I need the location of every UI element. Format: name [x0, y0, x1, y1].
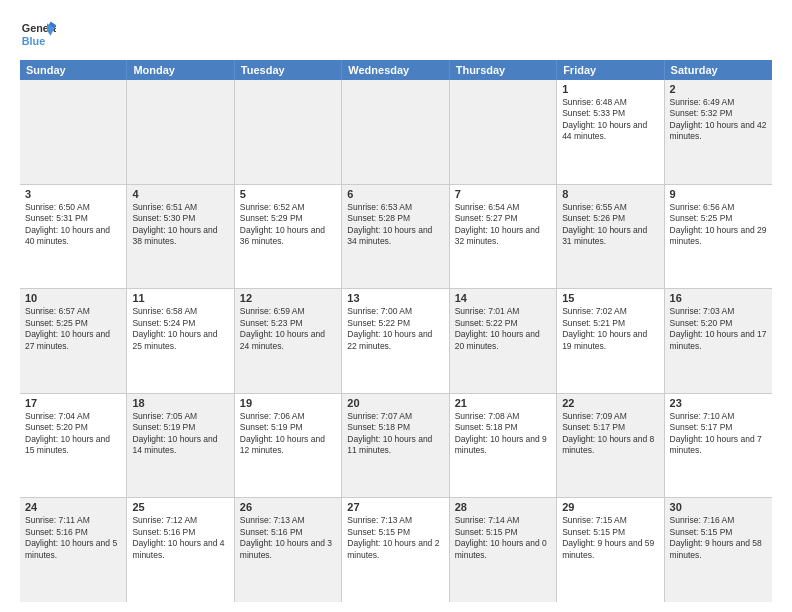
header-cell-saturday: Saturday	[665, 60, 772, 80]
day-info: Sunrise: 6:55 AM Sunset: 5:26 PM Dayligh…	[562, 202, 658, 248]
day-cell-2: 2Sunrise: 6:49 AM Sunset: 5:32 PM Daylig…	[665, 80, 772, 184]
day-info: Sunrise: 7:13 AM Sunset: 5:16 PM Dayligh…	[240, 515, 336, 561]
header-cell-monday: Monday	[127, 60, 234, 80]
empty-cell	[342, 80, 449, 184]
day-number: 22	[562, 397, 658, 409]
day-cell-27: 27Sunrise: 7:13 AM Sunset: 5:15 PM Dayli…	[342, 498, 449, 602]
logo: General Blue	[20, 16, 62, 52]
day-info: Sunrise: 7:04 AM Sunset: 5:20 PM Dayligh…	[25, 411, 121, 457]
empty-cell	[450, 80, 557, 184]
day-info: Sunrise: 7:07 AM Sunset: 5:18 PM Dayligh…	[347, 411, 443, 457]
empty-cell	[235, 80, 342, 184]
empty-cell	[20, 80, 127, 184]
calendar-row-4: 17Sunrise: 7:04 AM Sunset: 5:20 PM Dayli…	[20, 394, 772, 499]
day-info: Sunrise: 7:05 AM Sunset: 5:19 PM Dayligh…	[132, 411, 228, 457]
day-info: Sunrise: 7:00 AM Sunset: 5:22 PM Dayligh…	[347, 306, 443, 352]
day-number: 4	[132, 188, 228, 200]
day-info: Sunrise: 7:02 AM Sunset: 5:21 PM Dayligh…	[562, 306, 658, 352]
day-cell-12: 12Sunrise: 6:59 AM Sunset: 5:23 PM Dayli…	[235, 289, 342, 393]
day-number: 23	[670, 397, 767, 409]
day-cell-11: 11Sunrise: 6:58 AM Sunset: 5:24 PM Dayli…	[127, 289, 234, 393]
day-number: 9	[670, 188, 767, 200]
day-number: 28	[455, 501, 551, 513]
day-cell-15: 15Sunrise: 7:02 AM Sunset: 5:21 PM Dayli…	[557, 289, 664, 393]
day-number: 7	[455, 188, 551, 200]
day-number: 6	[347, 188, 443, 200]
day-cell-5: 5Sunrise: 6:52 AM Sunset: 5:29 PM Daylig…	[235, 185, 342, 289]
day-info: Sunrise: 6:59 AM Sunset: 5:23 PM Dayligh…	[240, 306, 336, 352]
day-cell-30: 30Sunrise: 7:16 AM Sunset: 5:15 PM Dayli…	[665, 498, 772, 602]
calendar-row-1: 1Sunrise: 6:48 AM Sunset: 5:33 PM Daylig…	[20, 80, 772, 185]
day-number: 14	[455, 292, 551, 304]
day-number: 15	[562, 292, 658, 304]
day-cell-18: 18Sunrise: 7:05 AM Sunset: 5:19 PM Dayli…	[127, 394, 234, 498]
header-cell-wednesday: Wednesday	[342, 60, 449, 80]
day-cell-25: 25Sunrise: 7:12 AM Sunset: 5:16 PM Dayli…	[127, 498, 234, 602]
day-number: 10	[25, 292, 121, 304]
day-info: Sunrise: 6:54 AM Sunset: 5:27 PM Dayligh…	[455, 202, 551, 248]
day-number: 3	[25, 188, 121, 200]
day-number: 30	[670, 501, 767, 513]
day-info: Sunrise: 6:58 AM Sunset: 5:24 PM Dayligh…	[132, 306, 228, 352]
page: General Blue SundayMondayTuesdayWednesda…	[0, 0, 792, 612]
day-number: 5	[240, 188, 336, 200]
day-info: Sunrise: 7:11 AM Sunset: 5:16 PM Dayligh…	[25, 515, 121, 561]
calendar-header: SundayMondayTuesdayWednesdayThursdayFrid…	[20, 60, 772, 80]
day-number: 11	[132, 292, 228, 304]
day-info: Sunrise: 6:50 AM Sunset: 5:31 PM Dayligh…	[25, 202, 121, 248]
day-info: Sunrise: 7:06 AM Sunset: 5:19 PM Dayligh…	[240, 411, 336, 457]
empty-cell	[127, 80, 234, 184]
day-cell-19: 19Sunrise: 7:06 AM Sunset: 5:19 PM Dayli…	[235, 394, 342, 498]
day-info: Sunrise: 7:13 AM Sunset: 5:15 PM Dayligh…	[347, 515, 443, 561]
day-cell-1: 1Sunrise: 6:48 AM Sunset: 5:33 PM Daylig…	[557, 80, 664, 184]
day-info: Sunrise: 6:57 AM Sunset: 5:25 PM Dayligh…	[25, 306, 121, 352]
day-cell-16: 16Sunrise: 7:03 AM Sunset: 5:20 PM Dayli…	[665, 289, 772, 393]
day-cell-8: 8Sunrise: 6:55 AM Sunset: 5:26 PM Daylig…	[557, 185, 664, 289]
day-cell-9: 9Sunrise: 6:56 AM Sunset: 5:25 PM Daylig…	[665, 185, 772, 289]
header-cell-tuesday: Tuesday	[235, 60, 342, 80]
day-info: Sunrise: 6:48 AM Sunset: 5:33 PM Dayligh…	[562, 97, 658, 143]
calendar: SundayMondayTuesdayWednesdayThursdayFrid…	[20, 60, 772, 602]
day-cell-10: 10Sunrise: 6:57 AM Sunset: 5:25 PM Dayli…	[20, 289, 127, 393]
day-info: Sunrise: 7:01 AM Sunset: 5:22 PM Dayligh…	[455, 306, 551, 352]
day-cell-26: 26Sunrise: 7:13 AM Sunset: 5:16 PM Dayli…	[235, 498, 342, 602]
calendar-row-2: 3Sunrise: 6:50 AM Sunset: 5:31 PM Daylig…	[20, 185, 772, 290]
day-number: 25	[132, 501, 228, 513]
day-number: 16	[670, 292, 767, 304]
header-cell-sunday: Sunday	[20, 60, 127, 80]
day-info: Sunrise: 7:08 AM Sunset: 5:18 PM Dayligh…	[455, 411, 551, 457]
day-info: Sunrise: 7:10 AM Sunset: 5:17 PM Dayligh…	[670, 411, 767, 457]
day-info: Sunrise: 6:51 AM Sunset: 5:30 PM Dayligh…	[132, 202, 228, 248]
day-number: 29	[562, 501, 658, 513]
day-cell-29: 29Sunrise: 7:15 AM Sunset: 5:15 PM Dayli…	[557, 498, 664, 602]
day-info: Sunrise: 6:49 AM Sunset: 5:32 PM Dayligh…	[670, 97, 767, 143]
day-number: 24	[25, 501, 121, 513]
day-number: 27	[347, 501, 443, 513]
day-info: Sunrise: 6:52 AM Sunset: 5:29 PM Dayligh…	[240, 202, 336, 248]
day-cell-21: 21Sunrise: 7:08 AM Sunset: 5:18 PM Dayli…	[450, 394, 557, 498]
calendar-row-3: 10Sunrise: 6:57 AM Sunset: 5:25 PM Dayli…	[20, 289, 772, 394]
day-number: 2	[670, 83, 767, 95]
day-cell-13: 13Sunrise: 7:00 AM Sunset: 5:22 PM Dayli…	[342, 289, 449, 393]
day-number: 13	[347, 292, 443, 304]
day-number: 20	[347, 397, 443, 409]
day-info: Sunrise: 7:14 AM Sunset: 5:15 PM Dayligh…	[455, 515, 551, 561]
day-number: 12	[240, 292, 336, 304]
day-info: Sunrise: 7:16 AM Sunset: 5:15 PM Dayligh…	[670, 515, 767, 561]
day-info: Sunrise: 7:09 AM Sunset: 5:17 PM Dayligh…	[562, 411, 658, 457]
day-number: 17	[25, 397, 121, 409]
day-info: Sunrise: 7:15 AM Sunset: 5:15 PM Dayligh…	[562, 515, 658, 561]
day-number: 8	[562, 188, 658, 200]
day-number: 21	[455, 397, 551, 409]
day-info: Sunrise: 7:12 AM Sunset: 5:16 PM Dayligh…	[132, 515, 228, 561]
day-cell-3: 3Sunrise: 6:50 AM Sunset: 5:31 PM Daylig…	[20, 185, 127, 289]
day-number: 19	[240, 397, 336, 409]
header: General Blue	[20, 16, 772, 52]
svg-text:Blue: Blue	[22, 35, 45, 47]
day-cell-14: 14Sunrise: 7:01 AM Sunset: 5:22 PM Dayli…	[450, 289, 557, 393]
day-cell-22: 22Sunrise: 7:09 AM Sunset: 5:17 PM Dayli…	[557, 394, 664, 498]
day-info: Sunrise: 6:53 AM Sunset: 5:28 PM Dayligh…	[347, 202, 443, 248]
day-cell-23: 23Sunrise: 7:10 AM Sunset: 5:17 PM Dayli…	[665, 394, 772, 498]
calendar-row-5: 24Sunrise: 7:11 AM Sunset: 5:16 PM Dayli…	[20, 498, 772, 602]
day-cell-24: 24Sunrise: 7:11 AM Sunset: 5:16 PM Dayli…	[20, 498, 127, 602]
